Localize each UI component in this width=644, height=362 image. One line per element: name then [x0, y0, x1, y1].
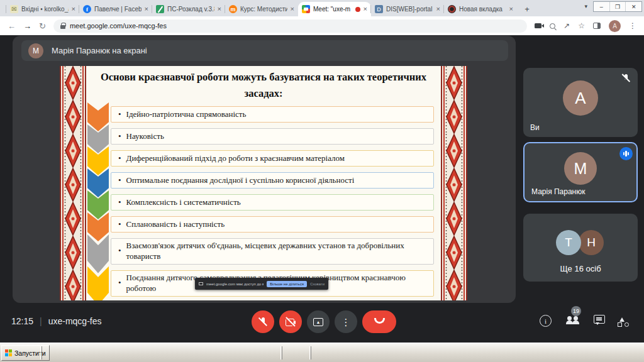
camera-in-use-icon[interactable]: [535, 23, 541, 28]
stop-sharing-button[interactable]: Більше не ділиться: [267, 281, 307, 287]
mic-muted-icon: [258, 317, 268, 327]
slide-title: Основи краєзнавчої роботи можуть базуват…: [92, 69, 435, 102]
meeting-info: 12:15 | uxe-mqcg-fes: [11, 316, 102, 326]
zoom-icon[interactable]: [550, 23, 555, 29]
close-icon[interactable]: ×: [145, 6, 148, 13]
bullet-icon: •: [118, 219, 121, 230]
tab-meet-active[interactable]: Meet: "uxe-m ×: [298, 2, 371, 16]
tab-schedule[interactable]: ПС-Розклад v.3.8. ×: [152, 2, 225, 16]
avatar: A: [563, 80, 598, 116]
tab-title: ПС-Розклад v.3.8.: [167, 6, 214, 13]
present-button[interactable]: ▲: [307, 310, 330, 333]
participant-tile-you[interactable]: A Ви: [523, 68, 638, 137]
more-options-button[interactable]: ⋮: [335, 310, 357, 333]
bullet-icon: •: [118, 197, 121, 208]
bullet-icon: •: [118, 131, 121, 142]
present-screen-icon: ▲: [313, 318, 323, 326]
close-icon[interactable]: ×: [218, 6, 221, 13]
profile-avatar[interactable]: А: [609, 20, 621, 32]
slide-item: •Взаємозв'язок дитячих об'єднань, місцев…: [111, 238, 434, 265]
chat-button[interactable]: [594, 315, 605, 324]
hide-notice-button[interactable]: Сховати: [310, 282, 325, 286]
tab-moodle[interactable]: m Курс: Методисти ×: [225, 2, 298, 16]
people-icon: [574, 316, 578, 321]
tab-title: Новая вкладка: [459, 6, 506, 13]
dis-portal-icon: D: [375, 5, 383, 13]
camera-toggle-button[interactable]: [279, 310, 302, 333]
tab-facebook[interactable]: f Павелче | Facebo ×: [79, 2, 152, 16]
end-call-button[interactable]: [362, 310, 396, 333]
meeting-code: uxe-mqcg-fes: [48, 316, 102, 326]
embroidery-border-left: [60, 66, 86, 300]
schedule-app-icon: [156, 5, 164, 13]
tab-dis-portal[interactable]: D DIS[WEB]-portal ×: [371, 2, 444, 16]
maximize-button[interactable]: ❐: [610, 2, 626, 11]
minimize-button[interactable]: –: [594, 2, 610, 11]
browser-icon: [448, 5, 456, 13]
tab-title: Павелче | Facebo: [94, 6, 142, 13]
close-icon[interactable]: ×: [436, 6, 440, 13]
close-icon[interactable]: ×: [364, 6, 367, 13]
tab-mail[interactable]: ✉ Вхідні • korolko_a ×: [6, 2, 79, 16]
toolbar-icons: ↗ ☆ А ⋮: [535, 20, 636, 32]
start-button[interactable]: Запустити: [1, 345, 50, 361]
presenter-banner: М Марія Паранюк на екрані: [21, 40, 508, 61]
slide-item: •Ідейно-патріотична спрямованість: [111, 106, 434, 123]
slide-item-text: Ідейно-патріотична спрямованість: [126, 109, 247, 120]
forward-icon[interactable]: →: [23, 22, 31, 30]
lock-icon: [60, 25, 65, 29]
slide-item-text: Взаємозв'язок дитячих об'єднань, місцеви…: [126, 241, 428, 262]
mail-icon: ✉: [10, 5, 18, 13]
screenshare-stage: М Марія Паранюк на екрані: [13, 36, 516, 303]
info-button[interactable]: i: [540, 315, 552, 327]
slide-item-text: Оптимальне поєднання дослідної і суспіль…: [126, 175, 355, 186]
participant-name: Ви: [530, 123, 540, 132]
chevron-down-icon[interactable]: ▾: [584, 3, 587, 9]
shared-slide: Основи краєзнавчої роботи можуть базуват…: [60, 66, 467, 300]
address-bar: ← → ↻ meet.google.com/uxe-mqcg-fes ↗ ☆ А…: [0, 16, 644, 35]
bookmark-star-icon[interactable]: ☆: [578, 22, 585, 30]
presenter-banner-text: Марія Паранюк на екрані: [52, 46, 147, 55]
url-input[interactable]: meet.google.com/uxe-mqcg-fes: [53, 19, 527, 33]
tab-title: Вхідні • korolko_a: [21, 6, 69, 13]
taskbar-divider: [40, 346, 42, 359]
activities-icon: [625, 322, 629, 327]
tab-new[interactable]: Новая вкладка ×: [444, 2, 517, 16]
slide-item: •Спланованість і наступність: [111, 216, 434, 233]
close-icon[interactable]: ×: [72, 6, 75, 13]
slide-item-text: Комплексність і систематичність: [126, 197, 241, 208]
mic-muted-icon: [621, 74, 631, 83]
more-dots-icon: ⋮: [341, 317, 351, 327]
activities-button[interactable]: [618, 315, 630, 327]
share-icon[interactable]: ↗: [564, 22, 570, 30]
hangup-icon: [374, 318, 385, 324]
close-icon[interactable]: ×: [291, 6, 294, 13]
back-icon[interactable]: ←: [8, 22, 16, 30]
activities-icon: [618, 322, 622, 327]
browser-tab-strip: ✉ Вхідні • korolko_a × f Павелче | Faceb…: [0, 0, 644, 16]
close-icon[interactable]: ×: [509, 6, 513, 13]
slide-item-text: Спланованість і наступність: [126, 219, 225, 230]
screen: ✉ Вхідні • korolko_a × f Павелче | Faceb…: [0, 0, 644, 362]
new-tab-button[interactable]: +: [521, 3, 533, 15]
tab-title: Курс: Методисти: [240, 6, 287, 13]
avatar: M: [564, 152, 597, 185]
mic-toggle-button[interactable]: [252, 310, 274, 333]
reload-icon[interactable]: ↻: [39, 22, 46, 30]
people-icon: [572, 321, 579, 324]
side-panel-icon[interactable]: [593, 23, 601, 29]
menu-dots-icon[interactable]: ⋮: [629, 22, 636, 30]
presenter-avatar: М: [28, 43, 43, 58]
windows-taskbar: Запустити ▶ ▲ ☎ S W P UK ✓ ⚐: [0, 343, 644, 362]
taskbar-divider: [309, 346, 311, 359]
participant-tile-speaker[interactable]: M Марія Паранюк: [523, 142, 638, 202]
participant-count-badge: 19: [571, 306, 581, 316]
participant-tile-others[interactable]: T H Ще 16 осіб: [523, 214, 638, 282]
camera-off-icon: [286, 318, 296, 326]
participants-button[interactable]: [565, 315, 581, 327]
close-window-button[interactable]: ✕: [626, 2, 641, 11]
meet-icon: [302, 5, 310, 13]
bullet-icon: •: [118, 175, 121, 186]
participant-name: Марія Паранюк: [531, 187, 586, 196]
windows-logo-icon: [5, 349, 12, 356]
